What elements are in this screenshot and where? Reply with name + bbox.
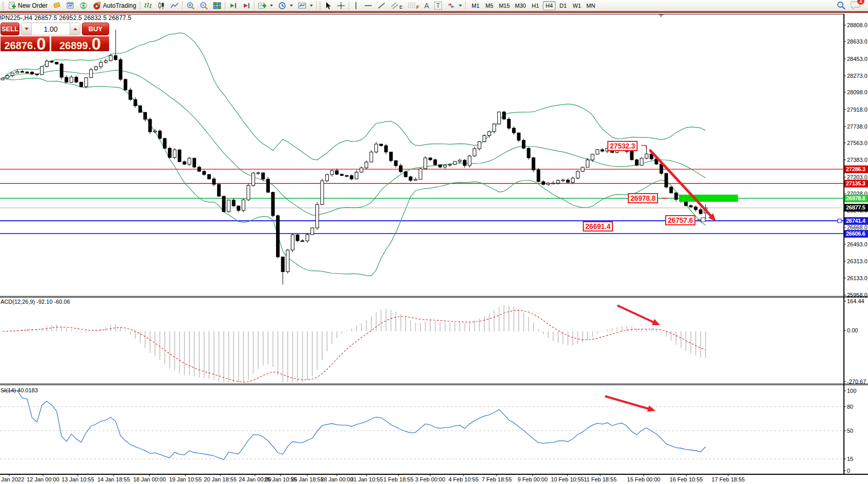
svg-text:18 Jan 00:00: 18 Jan 00:00 [133, 476, 166, 482]
crosshair-tool-button[interactable] [334, 1, 348, 11]
chart-shift-button[interactable] [240, 1, 253, 11]
chart-shift-marker[interactable] [659, 14, 664, 17]
fibonacci-tool-button[interactable]: F [405, 1, 422, 11]
sell-price[interactable]: 26876 . 0 [1, 36, 50, 51]
svg-text:100: 100 [847, 388, 856, 394]
data-window-button[interactable] [63, 1, 77, 11]
svg-text:11 Feb 18:55: 11 Feb 18:55 [584, 476, 617, 482]
bar-chart-button[interactable] [141, 1, 155, 11]
toolbar-drag-handle[interactable] [319, 2, 321, 10]
horizontal-line-tool-button[interactable] [362, 1, 375, 11]
shapes-tool-button[interactable] [444, 1, 464, 11]
price-annotation-label[interactable]: 26757.6 [665, 215, 695, 225]
price-annotation-label[interactable]: 26691.4 [583, 221, 613, 232]
sell-button[interactable]: SELL [1, 23, 19, 35]
cursor-tool-button[interactable] [322, 1, 334, 11]
tab-timeframe-MN[interactable]: MN [584, 1, 597, 10]
toolbar-separator [140, 1, 140, 10]
buy-price[interactable]: 26899 . 0 [51, 36, 109, 51]
market-watch-button[interactable] [50, 1, 63, 11]
tab-timeframe-M15[interactable]: M15 [497, 1, 512, 10]
new-order-icon [8, 2, 16, 10]
svg-text:27383.0: 27383.0 [847, 157, 867, 163]
buy-price-dot: . [89, 41, 91, 51]
svg-text:4 Feb 10:55: 4 Feb 10:55 [449, 476, 479, 482]
axis-price-tag: 26741.4 [844, 217, 868, 225]
svg-text:50: 50 [847, 428, 853, 434]
text-tool-button[interactable]: A [421, 1, 431, 11]
toolbar-drag-handle[interactable] [2, 2, 4, 10]
tab-timeframe-W1[interactable]: W1 [570, 1, 583, 10]
svg-text:13 Jan 10:55: 13 Jan 10:55 [61, 476, 94, 482]
candlestick-chart-button[interactable] [155, 1, 168, 11]
buy-button[interactable]: BUY [82, 23, 109, 35]
shapes-arrows-icon [447, 2, 455, 10]
one-click-trading-panel: SELL 1.00 BUY 26876 . 0 26899 . 0 [1, 23, 109, 51]
equidistant-channel-icon [391, 2, 399, 10]
chart-canvas[interactable]: 28808.028633.028453.028273.028098.027918… [0, 0, 868, 484]
market-watch-icon [53, 2, 61, 10]
label-tool-button[interactable]: T [432, 1, 444, 11]
svg-text:-270.67: -270.67 [847, 378, 866, 385]
toolbar-separator [349, 1, 349, 10]
tab-timeframe-H4[interactable]: H4 [543, 1, 556, 10]
tab-timeframe-M30[interactable]: M30 [513, 1, 528, 10]
axis-price-tag: 27135.3 [844, 180, 868, 187]
line-chart-icon [171, 2, 179, 10]
autotrading-button[interactable]: AutoTrading [90, 1, 139, 11]
indicators-button[interactable] [256, 1, 276, 11]
buy-price-int: 26899 [59, 40, 88, 51]
autotrading-icon [93, 2, 101, 10]
templates-button[interactable] [295, 1, 315, 11]
signals-button[interactable] [77, 1, 90, 11]
data-window-icon [66, 2, 74, 10]
trendline-tool-button[interactable] [375, 1, 388, 11]
tile-windows-icon [213, 2, 221, 10]
svg-text:0.00: 0.00 [847, 327, 858, 333]
rsi-label: SI(14) 40.0183 [1, 387, 38, 393]
main-toolbar: New Order [0, 0, 868, 11]
svg-text:10 Feb 10:55: 10 Feb 10:55 [551, 476, 584, 482]
sell-price-dot: . [33, 41, 36, 51]
channel-letter: E [399, 5, 403, 10]
buy-price-frac: 0 [92, 37, 101, 51]
zoom-in-button[interactable] [184, 1, 197, 11]
svg-text:28 Jan 00:00: 28 Jan 00:00 [321, 476, 353, 482]
auto-scroll-button[interactable] [226, 1, 240, 11]
volume-decrease-button[interactable] [22, 23, 32, 35]
tab-timeframe-M1[interactable]: M1 [469, 1, 482, 10]
tab-timeframe-D1[interactable]: D1 [557, 1, 569, 10]
line-chart-button[interactable] [168, 1, 181, 11]
svg-text:3 Feb 00:00: 3 Feb 00:00 [415, 476, 446, 482]
svg-text:25958.0: 25958.0 [847, 292, 867, 298]
svg-text:27738.0: 27738.0 [847, 123, 867, 130]
signals-icon [79, 2, 88, 10]
svg-text:26313.0: 26313.0 [847, 258, 867, 264]
tab-timeframe-H1[interactable]: H1 [529, 1, 542, 10]
indicators-icon [258, 2, 266, 10]
svg-text:1 Feb 18:55: 1 Feb 18:55 [384, 476, 414, 482]
vertical-line-tool-button[interactable] [350, 1, 362, 11]
tile-windows-button[interactable] [210, 1, 224, 11]
volume-increase-button[interactable] [70, 23, 80, 35]
volume-value[interactable]: 1.00 [32, 23, 70, 35]
zoom-in-icon [186, 2, 195, 10]
new-order-label: New Order [18, 2, 48, 9]
tab-timeframe-M5[interactable]: M5 [483, 1, 496, 10]
zoom-out-button[interactable] [197, 1, 210, 11]
periods-clock-icon [278, 2, 286, 10]
svg-text:Jan 2022: Jan 2022 [1, 476, 24, 482]
svg-text:28453.0: 28453.0 [847, 56, 867, 62]
price-annotation-label[interactable]: 26978.8 [628, 193, 658, 203]
svg-text:28273.0: 28273.0 [847, 73, 867, 79]
svg-text:17 Feb 18:55: 17 Feb 18:55 [712, 476, 745, 482]
channel-tool-button[interactable]: E [388, 1, 405, 11]
chart-shift-icon [242, 2, 250, 10]
search-icon[interactable] [837, 1, 845, 10]
volume-up-icon [73, 28, 77, 30]
window-border [0, 11, 868, 13]
new-order-button[interactable]: New Order [5, 1, 50, 11]
periods-button[interactable] [276, 1, 295, 11]
notifications-button[interactable]: 1 [851, 1, 861, 11]
price-annotation-label[interactable]: 27532.3 [607, 141, 638, 151]
